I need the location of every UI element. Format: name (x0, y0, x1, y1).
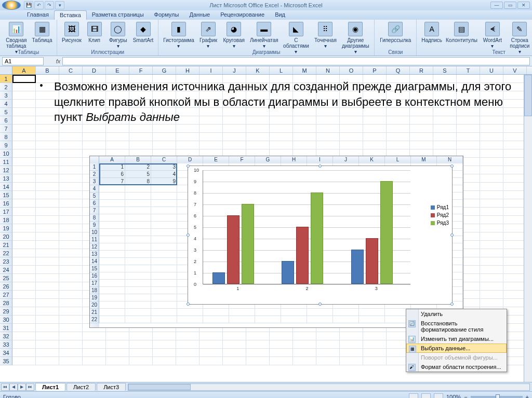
col-header[interactable]: O (340, 66, 363, 74)
tab-Формулы[interactable]: Формулы (149, 10, 184, 20)
col-header[interactable]: G (153, 66, 176, 74)
col-header[interactable]: T (457, 66, 480, 74)
tab-Разметка страницы[interactable]: Разметка страницы (87, 10, 149, 20)
select-all-corner[interactable] (0, 66, 12, 74)
ribbon-btn-Круговая[interactable]: ◕Круговая ▾ (221, 21, 247, 50)
row-header[interactable]: 13 (0, 174, 12, 183)
row-header[interactable]: 21 (0, 241, 12, 249)
col-header[interactable]: F (129, 66, 153, 74)
bar-Ряд3-2[interactable] (311, 193, 323, 284)
ctx--[interactable]: Удалить (406, 309, 507, 319)
embedded-chart[interactable]: 012345678910123 Ряд1Ряд2Ряд3 (188, 166, 453, 305)
chart-plot-area[interactable]: 012345678910123 (203, 170, 410, 284)
page-layout-view-icon[interactable] (421, 393, 431, 399)
sheet-tab-Лист2[interactable]: Лист2 (66, 383, 96, 391)
zoom-level[interactable]: 100% (446, 394, 461, 399)
row-header[interactable]: 18 (0, 216, 12, 224)
bar-Ряд2-1[interactable] (227, 215, 240, 284)
minimize-button[interactable]: — (490, 2, 503, 9)
save-icon[interactable]: 💾 (24, 1, 33, 9)
row-header[interactable]: 10 (0, 149, 12, 158)
col-header[interactable]: Q (387, 66, 410, 74)
col-header[interactable]: M (293, 66, 316, 74)
bar-Ряд1-2[interactable] (282, 261, 294, 284)
chart-legend[interactable]: Ряд1Ряд2Ряд3 (431, 202, 449, 228)
sheet-nav-last[interactable]: ⏭ (26, 383, 34, 391)
col-header[interactable]: R (410, 66, 433, 74)
ribbon-btn-Таблица[interactable]: ▦Таблица (31, 21, 54, 44)
col-header[interactable]: K (246, 66, 270, 74)
zoom-out-icon[interactable]: − (464, 394, 467, 399)
ribbon-btn-Колонтитулы[interactable]: ▤Колонтитулы (445, 21, 478, 44)
row-header[interactable]: 8 (0, 133, 12, 141)
zoom-in-icon[interactable]: + (526, 394, 529, 399)
row-headers[interactable]: 1234567891011121314151617181920212223242… (0, 75, 12, 365)
active-cell[interactable] (12, 75, 36, 83)
qat-customize-icon[interactable]: ▾ (55, 1, 64, 9)
ribbon-btn-Линейчатая[interactable]: ▬Линейчатая ▾ (248, 21, 280, 50)
row-header[interactable]: 4 (0, 100, 12, 108)
row-header[interactable]: 12 (0, 166, 12, 174)
redo-icon[interactable]: ↷ (45, 1, 54, 9)
ctx--[interactable]: ▦Выбрать данные... (406, 344, 507, 353)
col-header[interactable]: H (176, 66, 200, 74)
col-header[interactable]: B (36, 66, 59, 74)
row-header[interactable]: 20 (0, 232, 12, 241)
ctx--[interactable]: 🔄Восстановить форматирование стиля (406, 319, 507, 334)
legend-item-Ряд1[interactable]: Ряд1 (431, 204, 449, 210)
tab-Данные[interactable]: Данные (184, 10, 215, 20)
tab-Главная[interactable]: Главная (22, 10, 54, 20)
row-header[interactable]: 25 (0, 274, 12, 282)
col-header[interactable]: N (316, 66, 340, 74)
row-header[interactable]: 5 (0, 108, 12, 116)
close-button[interactable]: ✕ (517, 2, 530, 9)
col-header[interactable]: C (59, 66, 83, 74)
row-header[interactable]: 16 (0, 199, 12, 208)
col-header[interactable]: S (433, 66, 457, 74)
horizontal-scrollbar[interactable] (128, 383, 530, 391)
legend-item-Ряд2[interactable]: Ряд2 (431, 212, 449, 218)
row-header[interactable]: 35 (0, 357, 12, 365)
row-header[interactable]: 27 (0, 291, 12, 299)
ctx--[interactable]: 🖌Формат области построения... (406, 362, 507, 372)
ctx--[interactable]: 📊Изменить тип диаграммы... (406, 334, 507, 344)
fx-icon[interactable]: fx (54, 58, 62, 64)
bar-Ряд2-2[interactable] (296, 227, 309, 284)
tab-Рецензирование[interactable]: Рецензирование (215, 10, 270, 20)
row-header[interactable]: 1 (0, 75, 12, 83)
row-header[interactable]: 29 (0, 307, 12, 315)
formula-input[interactable] (62, 57, 530, 65)
sheet-tab-Лист3[interactable]: Лист3 (97, 383, 126, 391)
bar-Ряд2-3[interactable] (366, 238, 378, 284)
row-header[interactable]: 6 (0, 116, 12, 125)
ribbon-btn-Гиперссылка[interactable]: 🔗Гиперссылка (378, 21, 413, 44)
tab-Вставка[interactable]: Вставка (54, 10, 87, 20)
undo-icon[interactable]: ↶ (34, 1, 44, 9)
col-header[interactable]: L (270, 66, 293, 74)
ribbon-btn-Надпись[interactable]: AНадпись (420, 21, 443, 44)
row-header[interactable]: 26 (0, 282, 12, 291)
ribbon-btn-WordArt[interactable]: ᗛWordArt ▾ (480, 21, 506, 50)
col-header[interactable]: J (223, 66, 246, 74)
col-header[interactable]: E (106, 66, 129, 74)
bar-Ряд3-1[interactable] (242, 204, 254, 284)
bar-Ряд3-3[interactable] (380, 181, 393, 284)
col-header[interactable]: U (480, 66, 503, 74)
legend-item-Ряд3[interactable]: Ряд3 (431, 220, 449, 226)
row-header[interactable]: 14 (0, 183, 12, 191)
row-header[interactable]: 11 (0, 158, 12, 166)
row-header[interactable]: 30 (0, 315, 12, 324)
maximize-button[interactable]: ▭ (504, 2, 516, 9)
row-header[interactable]: 34 (0, 349, 12, 357)
row-header[interactable]: 28 (0, 299, 12, 307)
column-headers[interactable]: ABCDEFGHIJKLMNOPQRSTUV (0, 66, 532, 75)
row-header[interactable]: 22 (0, 249, 12, 257)
ribbon-btn-SmartArt[interactable]: ◆SmartArt (131, 21, 155, 44)
row-header[interactable]: 2 (0, 83, 12, 91)
sheet-nav-next[interactable]: ▶ (18, 383, 26, 391)
row-header[interactable]: 3 (0, 91, 12, 100)
col-header[interactable]: P (363, 66, 387, 74)
vertical-scrollbar[interactable] (524, 75, 532, 382)
row-header[interactable]: 33 (0, 340, 12, 349)
ribbon-btn-Фигуры[interactable]: ◯Фигуры ▾ (106, 21, 131, 50)
